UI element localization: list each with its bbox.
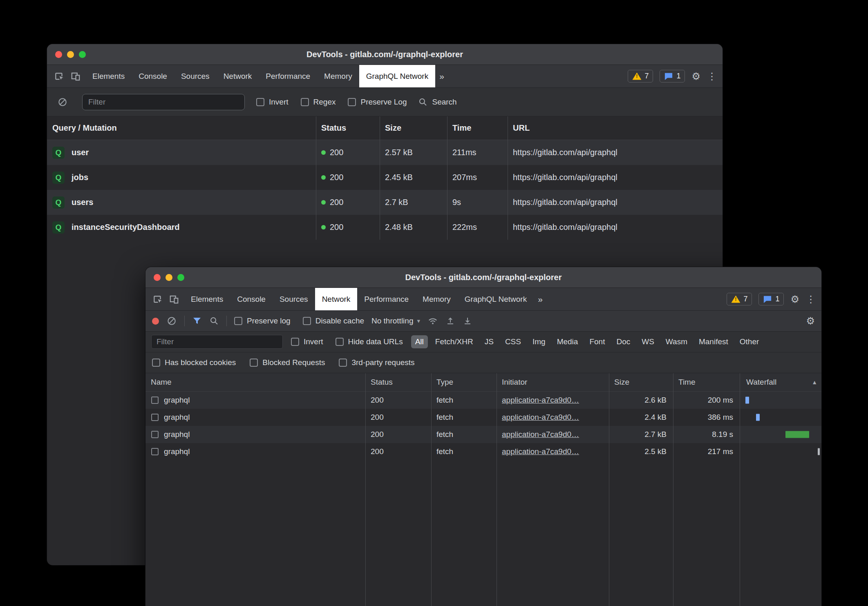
settings-gear-icon[interactable]: ⚙ <box>790 294 799 305</box>
minimize-button[interactable] <box>67 51 74 58</box>
tab-graphql-network[interactable]: GraphQL Network <box>458 288 534 310</box>
tab-console[interactable]: Console <box>132 65 174 87</box>
filter-chip-media[interactable]: Media <box>553 335 582 348</box>
more-tabs-button[interactable]: » <box>435 65 448 87</box>
clear-network-log-icon[interactable] <box>166 316 177 326</box>
toolbar-option-disable-cache[interactable]: Disable cache <box>303 316 364 325</box>
column-divider[interactable] <box>609 373 609 606</box>
fullscreen-button[interactable] <box>79 51 86 58</box>
column-divider[interactable] <box>431 373 432 606</box>
request-row-graphql[interactable]: graphql200fetchapplication-a7ca9d0…2.6 k… <box>145 392 821 409</box>
invert-checkbox[interactable] <box>291 338 299 346</box>
request-option-3rd-party-requests[interactable]: 3rd-party requests <box>339 358 414 367</box>
column-divider[interactable] <box>508 116 508 240</box>
tab-elements[interactable]: Elements <box>85 65 132 87</box>
device-toolbar-icon[interactable] <box>67 65 84 87</box>
network-filter-input[interactable] <box>151 335 283 349</box>
request-row-jobs[interactable]: Qjobs2002.45 kB207mshttps://gitlab.com/a… <box>47 165 723 190</box>
settings-gear-icon[interactable]: ⚙ <box>691 71 700 82</box>
column-header-size[interactable]: Size <box>609 378 673 387</box>
3rd-party-requests-checkbox[interactable] <box>339 359 347 367</box>
invert-checkbox[interactable] <box>256 98 264 106</box>
more-tabs-button[interactable]: » <box>534 288 547 310</box>
column-divider[interactable] <box>365 373 366 606</box>
filter-option-hide-data-urls[interactable]: Hide data URLs <box>336 337 403 346</box>
tab-console[interactable]: Console <box>230 288 273 310</box>
column-divider[interactable] <box>497 373 497 606</box>
warnings-badge[interactable]: 7 <box>628 70 653 82</box>
filter-option-invert[interactable]: Invert <box>291 337 323 346</box>
tab-network[interactable]: Network <box>217 65 259 87</box>
export-har-icon[interactable] <box>445 316 455 326</box>
request-row-user[interactable]: Quser2002.57 kB211mshttps://gitlab.com/a… <box>47 140 723 165</box>
blocked-requests-checkbox[interactable] <box>250 359 258 367</box>
filter-chip-css[interactable]: CSS <box>501 335 525 348</box>
request-option-blocked-requests[interactable]: Blocked Requests <box>250 358 325 367</box>
kebab-menu-icon[interactable]: ⋮ <box>707 71 717 82</box>
network-conditions-icon[interactable] <box>427 316 438 326</box>
request-row-users[interactable]: Qusers2002.7 kB9shttps://gitlab.com/api/… <box>47 190 723 215</box>
request-row-graphql[interactable]: graphql200fetchapplication-a7ca9d0…2.7 k… <box>145 426 821 443</box>
column-header-waterfall[interactable]: Waterfall ▲ <box>740 378 821 387</box>
filter-funnel-icon[interactable] <box>192 316 202 326</box>
network-settings-gear-icon[interactable]: ⚙ <box>806 315 815 327</box>
filter-option-preserve-log[interactable]: Preserve Log <box>348 98 407 107</box>
tab-memory[interactable]: Memory <box>416 288 458 310</box>
filter-chip-fetch-xhr[interactable]: Fetch/XHR <box>431 335 477 348</box>
filter-chip-img[interactable]: Img <box>528 335 550 348</box>
close-button[interactable] <box>55 51 62 58</box>
tab-sources[interactable]: Sources <box>174 65 217 87</box>
initiator-link[interactable]: application-a7ca9d0… <box>502 413 609 422</box>
regex-checkbox[interactable] <box>301 98 309 106</box>
request-row-instancesecuritydashboard[interactable]: QinstanceSecurityDashboard2002.48 kB222m… <box>47 215 723 240</box>
filter-chip-font[interactable]: Font <box>585 335 609 348</box>
inspect-element-icon[interactable] <box>51 65 67 87</box>
request-option-has-blocked-cookies[interactable]: Has blocked cookies <box>152 358 236 367</box>
filter-chip-wasm[interactable]: Wasm <box>662 335 691 348</box>
tab-elements[interactable]: Elements <box>184 288 230 310</box>
filter-option-regex[interactable]: Regex <box>301 98 336 107</box>
fullscreen-button[interactable] <box>177 274 184 281</box>
disable-cache-checkbox[interactable] <box>303 317 311 325</box>
filter-input[interactable] <box>82 94 245 110</box>
import-har-icon[interactable] <box>463 316 472 326</box>
column-divider[interactable] <box>316 116 316 240</box>
kebab-menu-icon[interactable]: ⋮ <box>806 294 816 305</box>
preserve-log-checkbox[interactable] <box>348 98 356 106</box>
tab-graphql-network[interactable]: GraphQL Network <box>359 65 435 87</box>
issues-badge[interactable]: 1 <box>758 293 784 305</box>
tab-performance[interactable]: Performance <box>259 65 317 87</box>
titlebar[interactable]: DevTools - gitlab.com/-/graphql-explorer <box>47 44 723 65</box>
toolbar-option-preserve-log[interactable]: Preserve log <box>234 316 291 325</box>
clear-block-icon[interactable] <box>54 88 71 116</box>
column-header-type[interactable]: Type <box>431 378 497 387</box>
filter-chip-manifest[interactable]: Manifest <box>695 335 732 348</box>
tab-network[interactable]: Network <box>315 288 358 310</box>
column-divider[interactable] <box>380 116 380 240</box>
record-network-log-button[interactable] <box>152 318 159 325</box>
filter-option-invert[interactable]: Invert <box>256 98 289 107</box>
initiator-link[interactable]: application-a7ca9d0… <box>502 430 609 439</box>
column-header-time[interactable]: Time <box>673 378 740 387</box>
column-header-initiator[interactable]: Initiator <box>497 378 609 387</box>
preserve-log-checkbox[interactable] <box>234 317 242 325</box>
device-toolbar-icon[interactable] <box>166 288 182 310</box>
request-row-graphql[interactable]: graphql200fetchapplication-a7ca9d0…2.4 k… <box>145 409 821 426</box>
row-checkbox[interactable] <box>151 414 159 421</box>
row-checkbox[interactable] <box>151 448 159 455</box>
warnings-badge[interactable]: 7 <box>727 293 752 305</box>
throttling-dropdown[interactable]: No throttling ▾ <box>371 316 420 325</box>
row-checkbox[interactable] <box>151 431 159 438</box>
filter-chip-all[interactable]: All <box>411 335 428 348</box>
has-blocked-cookies-checkbox[interactable] <box>152 359 160 367</box>
search-icon[interactable] <box>209 316 219 326</box>
close-button[interactable] <box>154 274 161 281</box>
issues-badge[interactable]: 1 <box>660 70 685 82</box>
titlebar[interactable]: DevTools - gitlab.com/-/graphql-explorer <box>145 267 821 288</box>
column-header-url[interactable]: URL <box>508 123 723 133</box>
column-header-query-mutation[interactable]: Query / Mutation <box>47 123 316 133</box>
column-header-size[interactable]: Size <box>380 123 447 133</box>
search-button[interactable]: Search <box>418 97 456 107</box>
hide-data-urls-checkbox[interactable] <box>336 338 344 346</box>
filter-chip-ws[interactable]: WS <box>638 335 658 348</box>
